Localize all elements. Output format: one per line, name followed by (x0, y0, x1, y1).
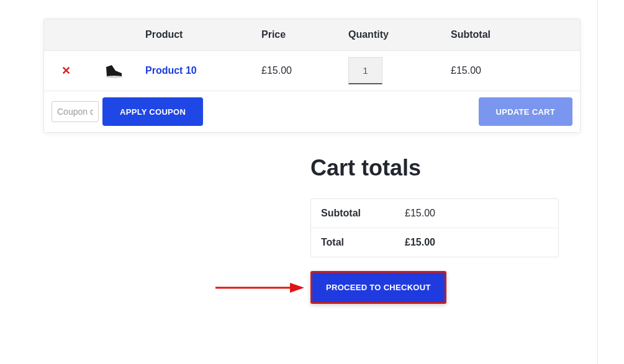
shoe-icon (104, 61, 124, 81)
arrow-icon (214, 280, 304, 296)
header-subtotal: Subtotal (451, 29, 559, 40)
right-divider (597, 0, 598, 322)
remove-col: ✕ (44, 64, 88, 78)
arrow-annotation (214, 280, 304, 296)
remove-item-icon[interactable]: ✕ (61, 64, 71, 78)
proceed-to-checkout-button[interactable]: PROCEED TO CHECKOUT (310, 271, 446, 304)
total-value: £15.00 (405, 237, 435, 248)
cart-header-row: Product Price Quantity Subtotal (44, 19, 580, 51)
header-quantity: Quantity (348, 29, 451, 40)
update-cart-button[interactable]: UPDATE CART (479, 97, 573, 126)
totals-box: Subtotal £15.00 Total £15.00 (310, 198, 559, 257)
total-row: Total £15.00 (311, 228, 558, 257)
product-thumbnail[interactable] (104, 61, 124, 81)
total-label: Total (321, 237, 405, 248)
apply-coupon-button[interactable]: APPLY COUPON (102, 97, 203, 126)
subtotal-label: Subtotal (321, 208, 405, 219)
coupon-code-input[interactable] (52, 101, 99, 122)
header-product: Product (140, 29, 261, 40)
subtotal-value: £15.00 (405, 208, 435, 219)
item-price: £15.00 (261, 65, 348, 76)
quantity-input[interactable] (348, 57, 382, 84)
cart-totals-section: Cart totals Subtotal £15.00 Total £15.00… (310, 155, 581, 304)
cart-totals-title: Cart totals (310, 155, 581, 181)
header-thumb-col (88, 29, 140, 40)
qty-col (348, 57, 451, 84)
coupon-left: APPLY COUPON (52, 97, 203, 126)
svg-point-0 (106, 76, 122, 78)
item-subtotal: £15.00 (451, 65, 559, 76)
header-remove-col (44, 29, 88, 40)
cart-item-row: ✕ Product 10 £15.00 £15.00 (44, 51, 580, 91)
header-price: Price (261, 29, 348, 40)
svg-marker-2 (290, 283, 304, 293)
checkout-row: PROCEED TO CHECKOUT (310, 271, 581, 304)
coupon-row: APPLY COUPON UPDATE CART (44, 91, 580, 132)
subtotal-row: Subtotal £15.00 (311, 199, 558, 228)
product-col: Product 10 (140, 65, 261, 76)
thumb-col (88, 61, 140, 81)
cart-table: Product Price Quantity Subtotal ✕ Produc… (43, 19, 581, 133)
product-name-link[interactable]: Product 10 (145, 65, 197, 76)
